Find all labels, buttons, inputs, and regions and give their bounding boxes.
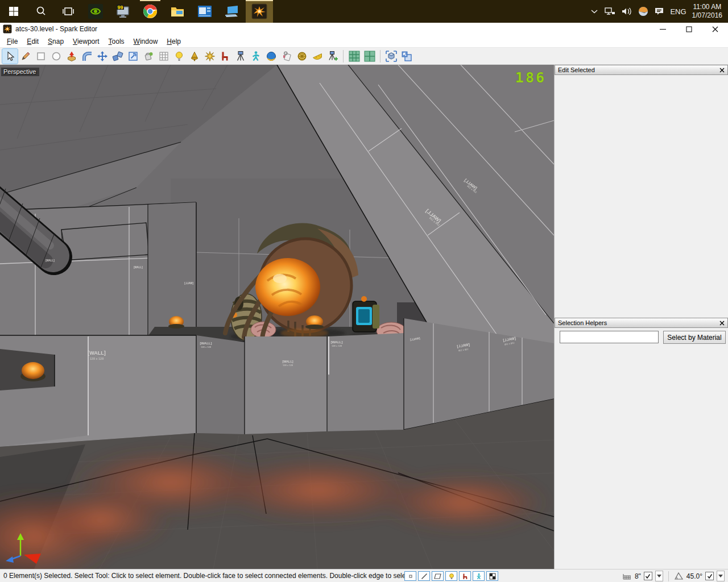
taskbar-app-file-explorer[interactable] [164, 0, 191, 23]
selection-helpers-title: Selection Helpers [558, 319, 607, 326]
perspective-viewport[interactable]: [WALL] 128 x 128 [WALL] 128 x 128 [WALL]… [0, 65, 554, 569]
tray-time: 11:00 AM [693, 3, 721, 11]
snap-settings-group: 8" 45.0° [622, 571, 725, 581]
select-tool-button[interactable] [2, 49, 18, 64]
curve-tool-button[interactable] [79, 49, 94, 64]
angle-snap-value[interactable]: 45.0° [686, 572, 702, 580]
gear-wheel-icon [296, 51, 308, 62]
toggle-props-button[interactable] [459, 571, 471, 581]
tray-clock[interactable]: 11:00 AM1/07/2016 [692, 3, 722, 20]
taskbar-app-chrome[interactable] [136, 0, 164, 23]
toggle-player-starts-button[interactable] [473, 571, 485, 581]
camera-add-entity-button[interactable] [325, 49, 340, 64]
grid-snap-checkbox[interactable] [644, 572, 652, 580]
prop-entity-button[interactable] [217, 49, 233, 64]
person-icon [250, 51, 262, 62]
camera-tripod-add-icon [327, 51, 338, 62]
action-center-icon[interactable] [654, 7, 664, 16]
svg-text:128 x 128: 128 x 128 [201, 346, 212, 348]
selection-helpers-body: Select by Material [560, 331, 726, 344]
move-tool-button[interactable] [94, 49, 110, 64]
start-button[interactable] [0, 0, 27, 23]
camera-entity-button[interactable] [233, 49, 248, 64]
toggle-vertices-button[interactable] [404, 571, 416, 581]
light-bulb-icon [448, 573, 455, 580]
wheel-entity-button[interactable] [294, 49, 309, 64]
menu-file[interactable]: File [2, 36, 22, 47]
volume-icon[interactable] [621, 7, 632, 16]
extrude-tool-button[interactable] [64, 49, 79, 64]
rectangle-tool-button[interactable] [33, 49, 48, 64]
window-title: atcs-30.level - Spark Editor [15, 25, 97, 33]
status-toggle-group [404, 571, 498, 581]
minimize-button[interactable] [650, 23, 676, 35]
circle-tool-button[interactable] [48, 49, 64, 64]
status-separator [668, 571, 669, 581]
menu-help[interactable]: Help [162, 36, 185, 47]
rotate-tool-button[interactable] [110, 49, 125, 64]
checker-icon [489, 573, 496, 580]
toggle-faces-button[interactable] [432, 571, 444, 581]
paint-tool-button[interactable] [140, 49, 156, 64]
menu-edit[interactable]: Edit [22, 36, 43, 47]
grid-small-button[interactable] [346, 49, 362, 64]
menu-tools[interactable]: Tools [104, 36, 129, 47]
svg-text:[WALL]: [WALL] [184, 282, 193, 285]
grid-large-button[interactable] [362, 49, 377, 64]
task-view-button[interactable] [55, 0, 82, 23]
svg-text:[WALL]: [WALL] [134, 266, 143, 269]
scale-icon [127, 51, 139, 62]
grid-size-value[interactable]: 8" [635, 572, 641, 580]
viewport-mode-label[interactable]: Perspective [1, 68, 39, 76]
grid-tool-button[interactable] [156, 49, 171, 64]
sphere-icon [266, 51, 277, 62]
edge-icon [421, 573, 428, 580]
toggle-textures-button[interactable] [486, 571, 498, 581]
svg-text:128 x 128: 128 x 128 [283, 364, 293, 367]
material-search-input[interactable] [560, 331, 659, 343]
scale-tool-button[interactable] [125, 49, 140, 64]
close-button[interactable] [702, 23, 728, 35]
taskbar-app-spark-editor[interactable] [246, 0, 273, 23]
svg-text:128 x 128: 128 x 128 [332, 344, 342, 347]
face-icon [434, 573, 441, 580]
tray-chevron-icon[interactable] [590, 9, 598, 14]
network-icon[interactable] [604, 7, 615, 16]
edit-selected-close-button[interactable] [719, 68, 725, 73]
angle-snap-dropdown[interactable] [717, 571, 725, 581]
tray-language[interactable]: ENG [670, 7, 686, 16]
toggle-edges-button[interactable] [418, 571, 430, 581]
toggle-lights-button[interactable] [445, 571, 457, 581]
maximize-button[interactable] [676, 23, 702, 35]
taskbar-app-nvidia[interactable] [82, 0, 109, 23]
light-entity-button[interactable] [171, 49, 187, 64]
frame-selection-button[interactable] [383, 49, 399, 64]
fit-view-button[interactable] [399, 49, 414, 64]
angle-snap-checkbox[interactable] [705, 572, 714, 580]
taskbar-app-devices[interactable] [218, 0, 246, 23]
taskbar-search-button[interactable] [27, 0, 55, 23]
line-tool-button[interactable] [18, 49, 33, 64]
select-by-material-button[interactable]: Select by Material [663, 331, 726, 344]
paint-bucket-icon [143, 51, 154, 62]
starburst-icon [204, 51, 216, 62]
cheese-entity-button[interactable] [309, 49, 325, 64]
grid-size-dropdown[interactable] [655, 571, 663, 581]
menu-viewport[interactable]: Viewport [68, 36, 104, 47]
point-light-entity-button[interactable] [202, 49, 217, 64]
menu-bar: File Edit Snap Viewport Tools Window Hel… [0, 35, 728, 48]
skybox-entity-button[interactable] [263, 49, 279, 64]
decal-entity-button[interactable] [279, 49, 294, 64]
status-message: 0 Element(s) Selected. Select Tool: Clic… [0, 572, 411, 580]
player-start-entity-button[interactable] [248, 49, 263, 64]
spotlight-entity-button[interactable] [187, 49, 202, 64]
taskbar-app-settings[interactable] [191, 0, 218, 23]
spark-editor-icon [251, 3, 267, 19]
menu-snap[interactable]: Snap [43, 36, 68, 47]
onedrive-cloud-icon[interactable] [638, 6, 648, 16]
taskbar-app-gpu-monitor[interactable]: 99 [109, 0, 136, 23]
menu-window[interactable]: Window [129, 36, 163, 47]
chair-icon [462, 573, 469, 580]
gpu-monitor-icon: 99 [115, 3, 131, 19]
selection-helpers-close-button[interactable] [719, 321, 725, 326]
